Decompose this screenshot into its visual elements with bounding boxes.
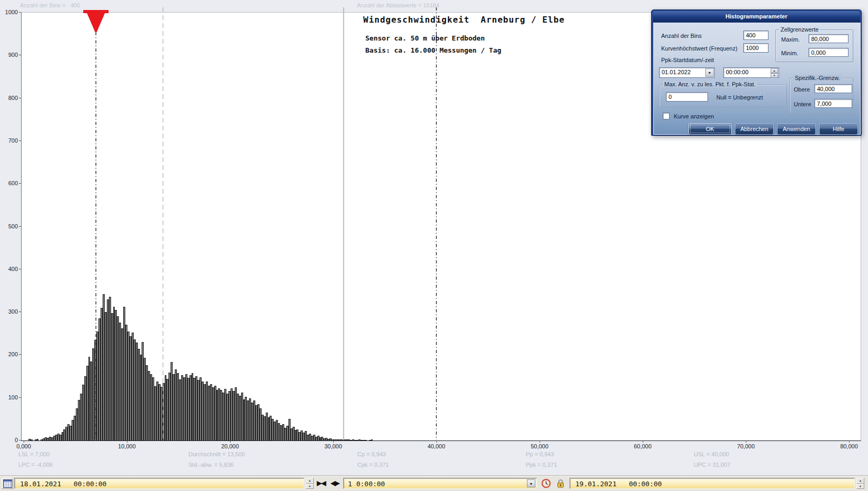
y-axis-tick (19, 226, 21, 227)
x-axis-tick-label: 10,000 (110, 443, 144, 449)
kurve-anzeigen-checkbox[interactable] (663, 113, 670, 119)
stat-value: Ppk = 0,371 (526, 462, 557, 468)
y-axis-tick (19, 12, 21, 13)
kurvenhoechstwert-label: Kurvenhöchstwert (Frequenz) (661, 45, 737, 52)
y-axis-tick (19, 354, 21, 355)
anzahl-bins-input[interactable] (743, 31, 769, 40)
x-axis-tick (540, 440, 540, 443)
null-unbegrenzt-label: Null = Unbegrenzt (716, 94, 763, 101)
start-datetime-field[interactable]: 18.01.2021 00:00:00 (14, 478, 304, 489)
x-axis-tick-label: 30,000 (316, 443, 350, 449)
y-axis-tick-label: 600 (1, 180, 18, 186)
y-axis-tick (19, 312, 21, 312)
y-axis-tick-label: 300 (1, 308, 18, 315)
y-axis-tick-label: 200 (1, 351, 18, 357)
spezifik-group-label: Spezifik.-Grenzw. (793, 75, 842, 81)
x-axis-tick (643, 440, 643, 443)
spin-down-icon[interactable]: ▼ (856, 484, 864, 489)
clock-icon[interactable] (541, 478, 551, 490)
time-spinner[interactable]: ▲▼ (771, 68, 778, 77)
chart-subtitle-basis: Basis: ca. 16.000 Messungen / Tag (365, 46, 501, 54)
histogram-parameter-dialog: Histogrammparameter Anzahl der Bins Kurv… (651, 9, 862, 136)
x-axis-tick (436, 440, 437, 443)
ppk-startdatum-label: Ppk-Startdatum/-zeit (661, 57, 714, 63)
x-axis-tick-label: 0,000 (7, 443, 41, 449)
ok-button[interactable]: OK (689, 123, 732, 135)
spin-down-icon[interactable]: ▼ (306, 484, 314, 489)
untere-label: Untere (794, 101, 811, 107)
interval-dropdown-icon[interactable]: ▼ (527, 479, 535, 487)
hilfe-button[interactable]: Hilfe (819, 123, 858, 135)
y-axis-tick-label: 400 (1, 266, 18, 272)
kurvenhoechstwert-input[interactable] (743, 43, 769, 53)
stat-value: USL = 40,000 (694, 451, 729, 457)
x-axis-tick-label: 60,000 (626, 443, 660, 449)
x-axis-tick-label: 70,000 (729, 443, 763, 449)
abbrechen-button[interactable]: Abbrechen (735, 123, 774, 135)
start-datetime-spinner[interactable]: ▲▼ (306, 478, 314, 489)
zoom-out-arrows-icon[interactable]: ◀▶ (331, 479, 339, 487)
bins-count-note: Anzahl der Bins = 400 (20, 2, 80, 8)
spin-up-icon[interactable]: ▲ (771, 68, 778, 73)
ppk-date-combobox[interactable]: 01.01.2022 ▼ (659, 67, 715, 78)
chart-subtitle-sensor: Sensor ca. 50 m über Erdboden (365, 34, 485, 42)
ppk-time-spinbox[interactable]: 00:00:00 ▲▼ (723, 67, 779, 78)
max-anz-input[interactable] (666, 92, 708, 102)
end-datetime-spinner[interactable]: ▲▼ (856, 478, 864, 489)
obere-label: Obere (794, 86, 810, 93)
y-axis-tick-label: 100 (1, 394, 18, 400)
anwenden-button[interactable]: Anwenden (777, 123, 816, 135)
y-axis-tick (19, 141, 21, 141)
y-axis-tick (19, 183, 21, 184)
zellgrenzwerte-group-label: Zellgrenzwerte (779, 26, 820, 33)
stat-value: Cpk = 0,371 (357, 462, 389, 468)
y-axis-tick-label: 500 (1, 223, 18, 229)
histogram-bar (31, 439, 33, 440)
calendar-button[interactable] (2, 478, 13, 489)
samples-count-note: Anzahl der Abtastwerte = 16184 (357, 2, 439, 8)
end-datetime-field[interactable]: 19.01.2021 00:00:00 (570, 478, 855, 489)
stat-value: Pp = 0,943 (526, 451, 554, 457)
x-axis-tick-label: 20,000 (213, 443, 247, 449)
obere-input[interactable] (814, 84, 852, 93)
lock-icon[interactable] (556, 478, 565, 490)
y-axis-tick-label: 800 (1, 95, 18, 101)
stat-value: Cp = 0,943 (357, 451, 386, 457)
spin-down-icon[interactable]: ▼ (771, 73, 778, 78)
x-axis-tick (230, 440, 231, 443)
interval-value: 1 0:00:00 (348, 480, 385, 488)
stat-value: UPC = 31,007 (694, 462, 730, 468)
x-axis-tick (24, 440, 24, 443)
max-anz-group-label: Max. Anz. v. zu les. Pkt. f. Ppk-Stat. (663, 81, 757, 87)
y-axis-tick (19, 269, 21, 269)
interval-combobox[interactable]: 1 0:00:00 ▼ (343, 478, 537, 489)
minim-label: Minim. (781, 50, 798, 56)
dialog-title-bar[interactable]: Histogrammparameter (653, 11, 860, 22)
date-dropdown-icon[interactable]: ▼ (705, 68, 714, 77)
x-axis-tick-label: 50,000 (523, 443, 556, 449)
x-axis-tick (849, 440, 850, 443)
application-window: Anzahl der Bins = 400 Anzahl der Abtastw… (0, 0, 868, 491)
untere-input[interactable] (814, 99, 852, 108)
y-axis-tick-label: 0 (1, 437, 18, 443)
x-axis-tick (127, 440, 127, 443)
dialog-body: Anzahl der Bins Kurvenhöchstwert (Freque… (653, 23, 861, 135)
x-axis-tick (333, 440, 334, 443)
x-axis-tick (746, 440, 746, 443)
spezifik-grenzw-group: Spezifik.-Grenzw. Obere Untere (790, 78, 853, 114)
spin-up-icon[interactable]: ▲ (306, 478, 314, 484)
x-axis-tick-label: 80,000 (832, 443, 866, 449)
datetime-toolbar: 18.01.2021 00:00:00 ▲▼ ▶◀ ◀▶ 1 0:00:00 ▼… (0, 475, 868, 491)
x-axis-tick-label: 40,000 (420, 443, 453, 449)
zoom-in-arrows-icon[interactable]: ▶◀ (317, 479, 325, 487)
y-axis-tick-label: 900 (1, 52, 18, 58)
maxim-label: Maxim. (781, 36, 800, 43)
y-axis-tick-label: 700 (1, 137, 18, 144)
stat-value: LSL = 7,000 (18, 451, 49, 457)
minim-input[interactable] (809, 48, 849, 57)
spin-up-icon[interactable]: ▲ (856, 478, 864, 484)
zellgrenzwerte-group: Zellgrenzwerte Maxim. Minim. (775, 29, 853, 62)
maxim-input[interactable] (809, 34, 849, 43)
y-axis-tick-label: 1000 (1, 9, 18, 15)
end-datetime-value: 19.01.2021 00:00:00 (575, 480, 662, 488)
